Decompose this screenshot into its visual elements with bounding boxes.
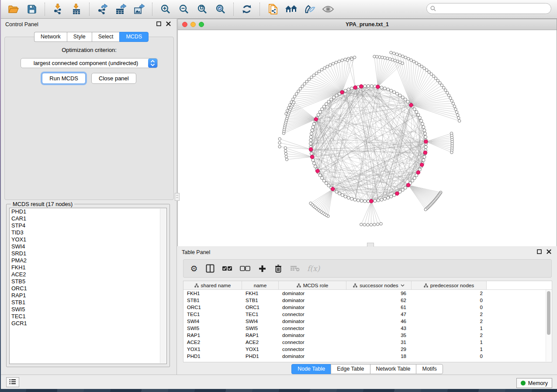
network-window-titlebar[interactable]: YPA_prune.txt_1 [178,19,557,30]
tab-node-table[interactable]: Node Table [291,364,331,374]
table-cell: PHD1 [242,354,279,359]
import-network-button[interactable] [51,2,66,16]
mcds-result-item[interactable]: STP4 [10,222,166,229]
table-cell: 1 [412,326,487,331]
mcds-result-item[interactable]: FKH1 [10,264,166,271]
table-cell: 43 [346,326,412,331]
network-window-title: YPA_prune.txt_1 [346,21,389,28]
run-mcds-button[interactable]: Run MCDS [42,73,86,84]
show-hide-button[interactable] [321,2,336,16]
column-header-shared-name[interactable]: shared name [183,281,242,289]
table-cell: 46 [346,319,412,324]
mcds-result-item[interactable]: SWI5 [10,306,166,313]
tab-motifs[interactable]: Motifs [416,364,443,374]
column-header-predecessor-nodes[interactable]: predecessor nodes [412,281,487,289]
mcds-result-item[interactable]: YOX1 [10,236,166,243]
table-row[interactable]: SWI4SWI4dominator462 [183,318,552,325]
open-browser-button[interactable] [284,2,299,16]
table-scrollbar[interactable] [546,290,551,361]
deselect-all-icon[interactable] [240,263,250,274]
zoom-out-button[interactable] [176,2,191,16]
tab-style[interactable]: Style [67,32,92,42]
table-cell: TEC1 [242,312,279,317]
node-table[interactable]: shared namenameMCDS rolesuccessor nodesp… [183,281,552,362]
export-table-button[interactable] [114,2,128,16]
criterion-dropdown[interactable]: largest connected component (undirected) [21,58,158,68]
zoom-in-button[interactable] [158,2,173,16]
table-settings-gear-icon[interactable]: ⚙ [190,263,198,274]
table-cell: 35 [346,333,412,338]
table-row[interactable]: TEC1TEC1connector472 [183,311,552,318]
refresh-button[interactable] [239,2,254,16]
table-row[interactable]: ACE2ACE2connector311 [183,339,552,346]
zoom-selected-button[interactable] [213,2,228,16]
mcds-result-item[interactable]: TEC1 [10,313,166,320]
table-row[interactable]: SWI5SWI5connector431 [183,325,552,332]
table-cell: RAP1 [242,333,279,338]
table-cell: dominator [279,333,346,338]
memory-button[interactable]: Memory [516,378,552,388]
mcds-list-scrollbar[interactable] [160,209,166,363]
network-graph[interactable] [178,30,557,246]
mcds-result-item[interactable]: STB5 [10,278,166,285]
table-row[interactable]: YOX1YOX1connector291 [183,346,552,353]
tab-network-table[interactable]: Network Table [370,364,416,374]
tab-edge-table[interactable]: Edge Table [331,364,370,374]
mcds-result-list[interactable]: PHD1CAR1STP4TID3YOX1SWI4SRD1PMA2FKH1ACE2… [9,208,167,364]
annotation-button[interactable] [302,2,317,16]
column-header-successor-nodes[interactable]: successor nodes [346,281,412,289]
table-row[interactable]: ORC1ORC1dominator610 [183,304,552,311]
tab-select[interactable]: Select [92,32,120,42]
mcds-result-item[interactable]: ACE2 [10,271,166,278]
table-row[interactable]: PHD1PHD1dominator180 [183,353,552,360]
close-window-icon[interactable] [182,22,187,27]
save-session-button[interactable] [24,2,39,16]
close-panel-icon[interactable] [166,21,171,27]
split-divider-grip[interactable] [175,193,180,201]
table-cell: 2 [412,333,487,338]
clone-network-button[interactable] [266,2,280,16]
task-history-button[interactable] [6,377,19,387]
mcds-result-item[interactable]: CAR1 [10,215,166,222]
column-type-icon [424,283,428,288]
close-panel-icon[interactable] [546,249,552,254]
table-cell: SWI4 [183,319,242,324]
export-image-button[interactable] [132,2,147,16]
float-window-icon[interactable] [536,249,542,254]
table-row[interactable]: STB1STB1dominator620 [183,297,552,304]
mcds-result-item[interactable]: GCR1 [10,320,166,327]
search-box[interactable] [426,3,551,14]
add-column-icon[interactable] [258,263,266,274]
mcds-result-item[interactable]: SWI4 [10,243,166,250]
minimize-window-icon[interactable] [190,22,196,27]
mcds-result-item[interactable]: ORC1 [10,285,166,292]
mcds-result-item[interactable]: SRD1 [10,250,166,257]
table-scrollbar-thumb[interactable] [547,291,550,335]
float-window-icon[interactable] [156,21,162,27]
mcds-result-item[interactable]: TID3 [10,229,166,236]
search-input[interactable] [438,5,547,12]
table-row[interactable]: RAP1RAP1dominator352 [183,332,552,339]
mcds-result-item[interactable]: PMA2 [10,257,166,264]
export-network-icon [97,3,108,15]
mcds-result-item[interactable]: RAP1 [10,292,166,299]
network-canvas[interactable] [178,30,557,246]
import-table-button[interactable] [69,2,84,16]
control-panel-title: Control Panel [5,21,38,28]
open-file-button[interactable] [6,2,21,16]
table-toolbar: ⚙ [183,259,552,278]
close-panel-button[interactable]: Close panel [91,73,136,84]
mcds-result-item[interactable]: PHD1 [10,208,166,215]
table-row[interactable]: FKH1FKH1dominator962 [183,290,552,297]
maximize-window-icon[interactable] [199,22,204,27]
show-column-icon[interactable] [206,263,214,274]
mcds-result-item[interactable]: STB1 [10,299,166,306]
column-header-MCDS-role[interactable]: MCDS role [279,281,346,289]
tab-network[interactable]: Network [34,32,67,42]
export-network-button[interactable] [95,2,110,16]
delete-column-icon[interactable] [274,263,283,274]
select-all-icon[interactable] [222,263,232,274]
zoom-fit-button[interactable] [195,2,210,16]
column-header-name[interactable]: name [242,281,279,289]
tab-mcds[interactable]: MCDS [119,32,149,42]
